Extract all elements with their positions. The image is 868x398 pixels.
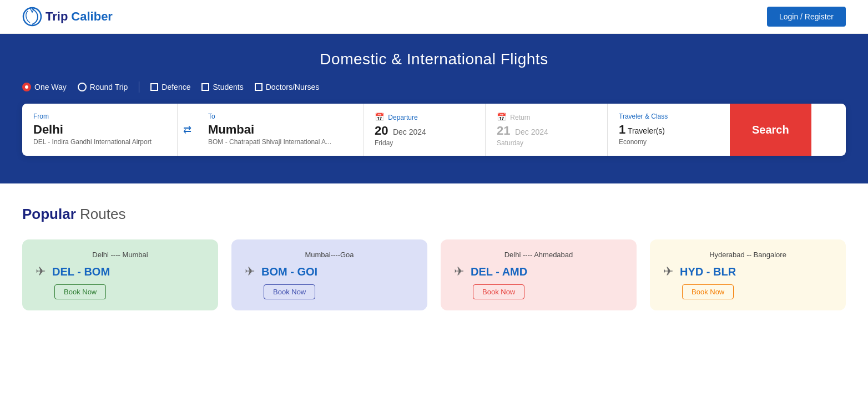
trip-options: One Way Round Trip Defence Students Doct… bbox=[22, 81, 846, 93]
route-code-4: HYD - BLR bbox=[680, 266, 736, 278]
popular-routes-title: Popular Routes bbox=[22, 206, 846, 223]
popular-light: Routes bbox=[76, 206, 126, 222]
return-field[interactable]: 📅 Return 21 Dec 2024 Saturday bbox=[486, 104, 608, 156]
from-city: Delhi bbox=[33, 123, 166, 137]
to-airport: BOM - Chatrapati Shivaji International A… bbox=[208, 138, 352, 146]
to-field[interactable]: To Mumbai BOM - Chatrapati Shivaji Inter… bbox=[197, 104, 364, 156]
return-day-name: Saturday bbox=[497, 139, 596, 147]
return-date: 21 Dec 2024 bbox=[497, 124, 596, 138]
routes-grid: Delhi ---- Mumbai ✈ DEL - BOM Book Now M… bbox=[22, 239, 846, 310]
plane-icon-3: ✈ bbox=[454, 264, 464, 279]
departure-day-name: Friday bbox=[375, 139, 474, 147]
defence-checkbox[interactable] bbox=[150, 83, 158, 91]
traveler-label: Traveler & Class bbox=[619, 113, 719, 120]
hero-section: Domestic & International Flights One Way… bbox=[0, 34, 868, 183]
round-trip-radio[interactable] bbox=[78, 83, 87, 91]
doctors-nurses-option[interactable]: Doctors/Nurses bbox=[255, 83, 319, 91]
calendar-icon: 📅 bbox=[375, 113, 384, 121]
header: TripCaliber Login / Register bbox=[0, 0, 868, 34]
route-header-4: Hyderabad -- Bangalore bbox=[663, 251, 832, 259]
search-button[interactable]: Search bbox=[730, 104, 811, 156]
from-airport: DEL - Indira Gandhi International Airpor… bbox=[33, 138, 166, 146]
route-card-4: Hyderabad -- Bangalore ✈ HYD - BLR Book … bbox=[650, 239, 846, 310]
round-trip-label: Round Trip bbox=[90, 83, 128, 91]
route-card-2: Mumbai----Goa ✈ BOM - GOI Book Now bbox=[231, 239, 427, 310]
doctors-nurses-checkbox[interactable] bbox=[255, 83, 263, 91]
calendar-return-icon: 📅 bbox=[497, 113, 506, 121]
to-city: Mumbai bbox=[208, 123, 352, 137]
round-trip-option[interactable]: Round Trip bbox=[78, 83, 128, 91]
options-divider bbox=[139, 81, 139, 93]
traveler-class: Economy bbox=[619, 138, 719, 146]
route-code-2: BOM - GOI bbox=[261, 266, 317, 278]
defence-option[interactable]: Defence bbox=[150, 83, 190, 91]
from-field[interactable]: From Delhi DEL - Indira Gandhi Internati… bbox=[22, 104, 178, 156]
to-label: To bbox=[208, 113, 352, 120]
students-option[interactable]: Students bbox=[201, 83, 243, 91]
route-main-3: ✈ DEL - AMD bbox=[454, 264, 623, 279]
departure-label: 📅 Departure bbox=[375, 113, 474, 121]
book-now-button-3[interactable]: Book Now bbox=[473, 284, 524, 299]
defence-label: Defence bbox=[162, 83, 190, 91]
plane-icon-1: ✈ bbox=[36, 264, 46, 279]
route-code-3: DEL - AMD bbox=[471, 266, 527, 278]
one-way-radio[interactable] bbox=[22, 83, 31, 91]
search-box: From Delhi DEL - Indira Gandhi Internati… bbox=[22, 104, 846, 156]
traveler-count: 1 Traveler(s) bbox=[619, 123, 719, 137]
logo-trip-text: Trip bbox=[46, 9, 68, 24]
from-label: From bbox=[33, 113, 166, 120]
logo-caliber-text: Caliber bbox=[71, 9, 113, 24]
route-header-2: Mumbai----Goa bbox=[245, 251, 414, 259]
departure-field[interactable]: 📅 Departure 20 Dec 2024 Friday bbox=[364, 104, 486, 156]
book-now-button-2[interactable]: Book Now bbox=[264, 284, 315, 299]
popular-routes-section: Popular Routes Delhi ---- Mumbai ✈ DEL -… bbox=[0, 183, 868, 338]
route-main-2: ✈ BOM - GOI bbox=[245, 264, 414, 279]
logo-icon bbox=[22, 7, 42, 27]
return-label: 📅 Return bbox=[497, 113, 596, 121]
departure-date: 20 Dec 2024 bbox=[375, 124, 474, 138]
doctors-nurses-label: Doctors/Nurses bbox=[266, 83, 319, 91]
traveler-field[interactable]: Traveler & Class 1 Traveler(s) Economy bbox=[608, 104, 730, 156]
route-code-1: DEL - BOM bbox=[52, 266, 110, 278]
one-way-label: One Way bbox=[34, 83, 67, 91]
plane-icon-2: ✈ bbox=[245, 264, 255, 279]
students-label: Students bbox=[213, 83, 243, 91]
book-now-button-4[interactable]: Book Now bbox=[682, 284, 734, 299]
swap-button[interactable]: ⇄ bbox=[178, 104, 197, 156]
route-main-4: ✈ HYD - BLR bbox=[663, 264, 832, 279]
one-way-option[interactable]: One Way bbox=[22, 83, 67, 91]
route-header-3: Delhi ---- Ahmedabad bbox=[454, 251, 623, 259]
route-main-1: ✈ DEL - BOM bbox=[36, 264, 205, 279]
route-card-3: Delhi ---- Ahmedabad ✈ DEL - AMD Book No… bbox=[441, 239, 637, 310]
login-register-button[interactable]: Login / Register bbox=[767, 7, 846, 27]
logo: TripCaliber bbox=[22, 7, 113, 27]
route-header-1: Delhi ---- Mumbai bbox=[36, 251, 205, 259]
book-now-button-1[interactable]: Book Now bbox=[54, 284, 106, 299]
plane-icon-4: ✈ bbox=[663, 264, 673, 279]
students-checkbox[interactable] bbox=[201, 83, 209, 91]
route-card-1: Delhi ---- Mumbai ✈ DEL - BOM Book Now bbox=[22, 239, 218, 310]
popular-bold: Popular bbox=[22, 206, 76, 222]
hero-title: Domestic & International Flights bbox=[22, 50, 846, 68]
